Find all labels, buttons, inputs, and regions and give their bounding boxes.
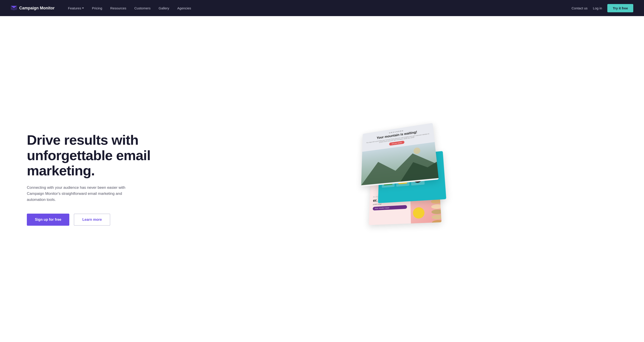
- hero-subtitle: Connecting with your audience has never …: [27, 184, 134, 203]
- email-card-mountain: GROUNDRD Your mountain is waiting! Two d…: [361, 123, 439, 186]
- nav-gallery[interactable]: Gallery: [158, 6, 169, 10]
- card3-cta: PICK YOURS TODAY: [373, 205, 407, 210]
- email-stack: GROUNDRD Your mountain is waiting! Two d…: [341, 126, 458, 233]
- nav-resources[interactable]: Resources: [110, 6, 126, 10]
- logo-link[interactable]: Campaign Monitor: [11, 6, 54, 10]
- card1-cta: Get your tickets: [389, 140, 404, 146]
- try-free-button[interactable]: Try it free: [607, 4, 633, 12]
- hero-section: Drive results with unforgettable email m…: [0, 16, 644, 342]
- hero-buttons: Sign up for free Learn more: [27, 214, 152, 226]
- signup-button[interactable]: Sign up for free: [27, 214, 69, 226]
- logo-text: Campaign Monitor: [19, 6, 54, 10]
- logo-icon: [11, 6, 17, 10]
- hero-content: Drive results with unforgettable email m…: [27, 132, 152, 226]
- contact-link[interactable]: Contact us: [572, 6, 588, 10]
- hero-title: Drive results with unforgettable email m…: [27, 132, 152, 178]
- learn-more-button[interactable]: Learn more: [74, 214, 110, 226]
- nav-agencies[interactable]: Agencies: [177, 6, 191, 10]
- login-link[interactable]: Log in: [593, 6, 602, 10]
- hero-visual: GROUNDRD Your mountain is waiting! Two d…: [166, 123, 633, 235]
- navbar: Campaign Monitor Features Pricing Resour…: [0, 0, 644, 16]
- chevron-down-icon: [82, 8, 84, 9]
- nav-links: Features Pricing Resources Customers Gal…: [68, 6, 572, 10]
- nav-actions: Contact us Log in Try it free: [572, 4, 633, 12]
- nav-customers[interactable]: Customers: [134, 6, 151, 10]
- nav-pricing[interactable]: Pricing: [92, 6, 102, 10]
- nav-features[interactable]: Features: [68, 6, 84, 10]
